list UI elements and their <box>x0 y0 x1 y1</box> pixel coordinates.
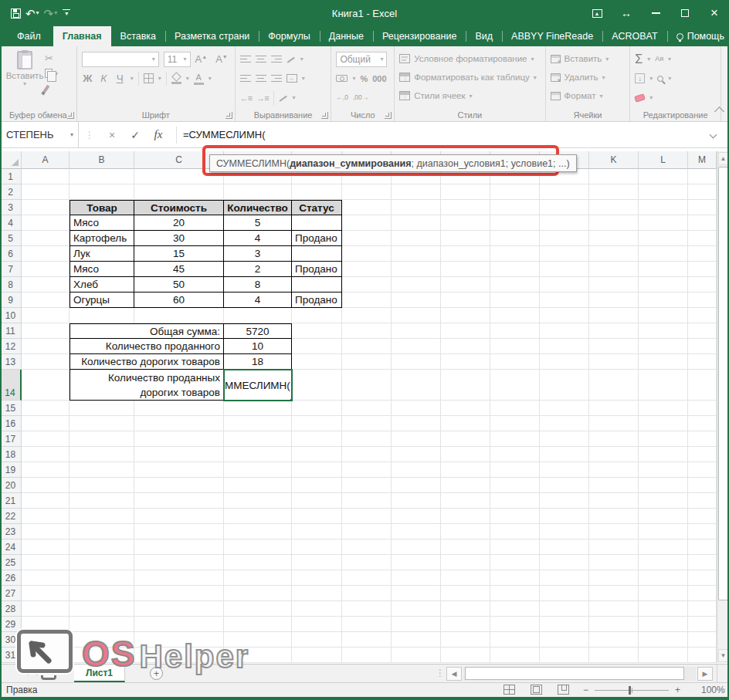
grid-cell[interactable] <box>490 308 540 323</box>
grid-cell[interactable] <box>224 570 292 586</box>
grid-cell[interactable] <box>688 416 717 431</box>
grid-cell[interactable] <box>134 462 224 478</box>
grid-cell[interactable] <box>490 354 540 370</box>
conditional-formatting-button[interactable]: Условное форматирование▾ <box>399 49 541 68</box>
grid-cell[interactable] <box>490 478 540 493</box>
row-header-12[interactable]: 12 <box>0 339 22 354</box>
grid-cell[interactable] <box>342 539 392 555</box>
grid-cell[interactable] <box>70 555 134 570</box>
grid-cell[interactable] <box>589 308 639 323</box>
grid-cell[interactable] <box>490 262 540 277</box>
cut-button[interactable]: ✂ <box>45 52 58 64</box>
autosum-button[interactable]: Σ <box>635 53 643 66</box>
delete-cells-button[interactable]: Удалить▾ <box>551 68 627 86</box>
save-button[interactable] <box>11 8 21 19</box>
grid-cell[interactable] <box>490 555 540 570</box>
zoom-out-button[interactable]: − <box>583 685 588 695</box>
grid-cell[interactable] <box>441 200 490 215</box>
grid-cell[interactable] <box>688 184 717 200</box>
grid-cell[interactable] <box>441 509 490 524</box>
grid-cell[interactable] <box>589 555 639 570</box>
ribbon-tab[interactable]: Файл <box>5 26 53 46</box>
number-dialog-launcher-icon[interactable] <box>385 112 392 119</box>
row-header-18[interactable]: 18 <box>0 447 22 462</box>
table-cell[interactable]: 4 <box>224 293 292 308</box>
grid-cell[interactable] <box>688 308 717 323</box>
grid-cell[interactable] <box>688 262 717 277</box>
grid-cell[interactable] <box>224 416 292 431</box>
grid-cell[interactable] <box>70 169 134 184</box>
grid-cell[interactable] <box>589 524 639 539</box>
grid-cell[interactable] <box>688 277 717 293</box>
grid-cell[interactable] <box>540 478 589 493</box>
grid-cell[interactable] <box>589 401 639 416</box>
grid-cell[interactable] <box>490 462 540 478</box>
grid-cell[interactable] <box>292 601 342 617</box>
wrap-text-icon[interactable] <box>279 93 288 103</box>
grid-cell[interactable] <box>490 524 540 539</box>
comma-style-button[interactable]: 000 <box>372 74 386 83</box>
grid-cell[interactable] <box>441 648 490 663</box>
expand-formula-bar-icon[interactable] <box>706 131 721 138</box>
grid-cell[interactable] <box>342 308 392 323</box>
ribbon-tab[interactable]: Формулы <box>259 26 319 46</box>
grid-cell[interactable] <box>224 431 292 447</box>
grid-cell[interactable] <box>224 478 292 493</box>
grid-cell[interactable] <box>134 539 224 555</box>
table-cell[interactable]: 20 <box>134 215 224 231</box>
grid-cell[interactable] <box>589 632 639 648</box>
grid-cell[interactable] <box>688 339 717 354</box>
maximize-button[interactable] <box>670 0 700 26</box>
grid-cell[interactable] <box>688 462 717 478</box>
ribbon-tab[interactable]: Главная <box>53 26 111 46</box>
summary-label[interactable]: Количество проданного <box>70 339 224 354</box>
table-cell[interactable]: 8 <box>224 277 292 293</box>
row-header-21[interactable]: 21 <box>0 493 22 509</box>
grid-cell[interactable] <box>292 370 342 401</box>
grid-cell[interactable] <box>224 601 292 617</box>
grid-cell[interactable] <box>392 246 441 262</box>
grid-cell[interactable] <box>639 632 688 648</box>
grid-cell[interactable] <box>540 200 589 215</box>
grid-cell[interactable] <box>70 509 134 524</box>
table-cell[interactable]: 60 <box>134 293 224 308</box>
grid-cell[interactable] <box>490 617 540 632</box>
row-header-20[interactable]: 20 <box>0 478 22 493</box>
row-header-28[interactable]: 28 <box>0 601 22 617</box>
grid-cell[interactable] <box>224 401 292 416</box>
accounting-format-icon[interactable] <box>336 75 348 82</box>
grid-cell[interactable] <box>540 354 589 370</box>
grid-cell[interactable] <box>441 555 490 570</box>
grid-cell[interactable] <box>292 478 342 493</box>
grid-cell[interactable] <box>22 478 70 493</box>
grid-cell[interactable] <box>490 200 540 215</box>
alignment-dialog-launcher-icon[interactable] <box>321 112 328 119</box>
redo-dropdown-icon[interactable]: ▾ <box>54 10 57 16</box>
number-format-combo[interactable]: Общий▾ <box>336 52 387 67</box>
grid-cell[interactable] <box>540 370 589 401</box>
select-all-corner[interactable] <box>0 151 22 169</box>
grid-cell[interactable] <box>688 493 717 509</box>
close-button[interactable]: × <box>700 0 729 26</box>
row-header-2[interactable]: 2 <box>0 184 22 200</box>
summary-label-wrapped[interactable]: Количество проданныхдорогих товаров <box>70 370 224 401</box>
cancel-button[interactable]: × <box>100 129 124 141</box>
zoom-level[interactable]: 100% <box>701 685 725 695</box>
grid-cell[interactable] <box>540 293 589 308</box>
grid-cell[interactable] <box>540 431 589 447</box>
font-size-combo[interactable]: 11▾ <box>164 52 191 67</box>
grid-cell[interactable] <box>639 524 688 539</box>
grid-cell[interactable] <box>392 323 441 339</box>
column-header-K[interactable]: K <box>589 151 639 169</box>
table-cell[interactable]: 4 <box>224 231 292 246</box>
grid-cell[interactable] <box>441 570 490 586</box>
grid-cell[interactable] <box>639 184 688 200</box>
grid-cell[interactable] <box>134 509 224 524</box>
summary-value[interactable]: 10 <box>224 339 292 354</box>
grid-cell[interactable] <box>70 524 134 539</box>
grid-cell[interactable] <box>342 354 392 370</box>
grid-cell[interactable] <box>22 416 70 431</box>
grid-cell[interactable] <box>540 524 589 539</box>
grid-cell[interactable] <box>70 570 134 586</box>
grid-cell[interactable] <box>70 447 134 462</box>
